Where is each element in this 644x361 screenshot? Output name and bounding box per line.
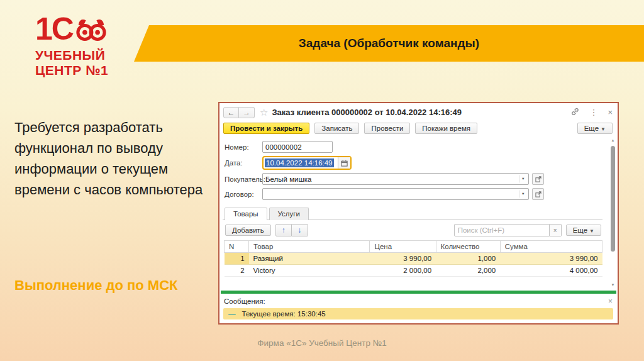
logo-line-2: ЦЕНТР №1 xyxy=(35,63,108,78)
cell-product: Разящий xyxy=(249,253,370,265)
move-down-button[interactable]: ↓ xyxy=(292,224,308,236)
calendar-icon[interactable] xyxy=(338,157,350,169)
tab-goods[interactable]: Товары xyxy=(225,208,267,220)
cell-qty: 1,000 xyxy=(436,253,500,265)
customer-label: Покупатель: xyxy=(225,175,262,183)
cell-qty: 2,000 xyxy=(436,265,500,277)
scroll-down-icon[interactable]: ▼ xyxy=(610,283,616,287)
post-button[interactable]: Провести xyxy=(364,123,410,134)
number-input[interactable] xyxy=(262,141,333,153)
cell-n: 1 xyxy=(225,253,249,265)
deadline-text: Выполнение до по МСК xyxy=(14,275,197,296)
arrow-down-icon: ↓ xyxy=(297,226,301,235)
logo-1c-mark: 1С xyxy=(35,15,73,43)
nav-buttons: ← → xyxy=(223,107,255,118)
number-label: Номер: xyxy=(225,143,262,151)
cell-price: 2 000,00 xyxy=(370,265,436,277)
add-row-button[interactable]: Добавить xyxy=(225,225,271,236)
tab-strip: Товары Услуги xyxy=(219,207,618,219)
order-window: ← → ☆ Заказ клиента 000000002 от 10.04.2… xyxy=(218,102,619,325)
more-label: Еще xyxy=(584,125,599,132)
cell-sum: 3 990,00 xyxy=(500,253,602,265)
forward-icon: → xyxy=(243,108,250,117)
company-logo: 1С УЧЕБНЫЙ ЦЕНТР №1 xyxy=(35,15,108,78)
back-icon: ← xyxy=(228,108,235,117)
col-header-n[interactable]: N xyxy=(225,241,249,253)
messages-title: Сообщения: xyxy=(224,297,265,305)
table-row[interactable]: 1 Разящий 3 990,00 1,000 3 990,00 xyxy=(225,253,602,265)
kebab-menu-icon[interactable]: ⋮ xyxy=(589,108,597,117)
message-item[interactable]: — Текущее время: 15:30:45 xyxy=(223,308,613,319)
more-button[interactable]: Еще▼ xyxy=(577,123,613,134)
customer-value: Белый мишка xyxy=(263,175,518,183)
owl-icon xyxy=(74,16,108,48)
post-and-close-button[interactable]: Провести и закрыть xyxy=(223,123,309,134)
vertical-scrollbar[interactable]: ▲ ▼ xyxy=(610,140,616,286)
task-description: Требуется разработать функционал по выво… xyxy=(14,117,208,200)
back-button[interactable]: ← xyxy=(223,107,239,118)
slide-banner: Задача (Обработчик команды) xyxy=(134,25,644,62)
message-dash-icon: — xyxy=(228,310,236,318)
message-text: Текущее время: 15:30:45 xyxy=(242,310,326,318)
date-field[interactable]: 10.04.2022 14:16:49 xyxy=(262,156,352,170)
window-title-bar: ← → ☆ Заказ клиента 000000002 от 10.04.2… xyxy=(219,103,618,119)
customer-open-button[interactable] xyxy=(532,173,544,185)
table-row[interactable]: 2 Victory 2 000,00 2,000 4 000,00 xyxy=(225,265,602,277)
form-fields: Номер: Дата: 10.04.2022 14:16:49 xyxy=(219,136,618,204)
logo-line-1: УЧЕБНЫЙ xyxy=(35,48,108,63)
messages-header: Сообщения: × xyxy=(219,294,618,306)
contract-dropdown-icon[interactable]: ▼ xyxy=(519,191,527,198)
cell-product: Victory xyxy=(249,265,370,277)
chevron-down-icon: ▼ xyxy=(589,228,594,234)
contract-label: Договор: xyxy=(225,191,262,198)
search-input[interactable] xyxy=(454,224,550,236)
search-clear-icon[interactable]: × xyxy=(550,224,562,236)
customer-dropdown-icon[interactable]: ▼ xyxy=(519,175,527,183)
col-header-qty[interactable]: Количество xyxy=(436,241,500,253)
goods-table: N Товар Цена Количество Сумма 1 Разящий … xyxy=(224,240,602,277)
table-toolbar: Добавить ↑ ↓ × Еще▼ xyxy=(225,224,601,236)
goods-panel: Добавить ↑ ↓ × Еще▼ N Товар Цена xyxy=(223,219,602,291)
window-title: Заказ клиента 000000002 от 10.04.2022 14… xyxy=(272,108,462,117)
table-more-label: Еще xyxy=(573,226,587,234)
date-value-selected[interactable]: 10.04.2022 14:16:49 xyxy=(265,158,334,167)
col-header-sum[interactable]: Сумма xyxy=(500,241,602,253)
contract-open-button[interactable] xyxy=(532,188,544,200)
slide-footer: Фирма «1С» Учебный Центр №1 xyxy=(0,338,644,348)
col-header-product[interactable]: Товар xyxy=(249,241,370,253)
show-time-button[interactable]: Покажи время xyxy=(415,123,477,134)
slide-title: Задача (Обработчик команды) xyxy=(299,36,479,50)
link-icon[interactable] xyxy=(571,108,579,118)
forward-button[interactable]: → xyxy=(239,107,255,118)
customer-combo[interactable]: Белый мишка ▼ xyxy=(262,173,529,185)
date-label: Дата: xyxy=(225,159,262,167)
table-more-button[interactable]: Еще▼ xyxy=(566,225,601,236)
cell-sum: 4 000,00 xyxy=(500,265,602,277)
table-header-row: N Товар Цена Количество Сумма xyxy=(225,241,602,253)
slide: 1С УЧЕБНЫЙ ЦЕНТР №1 Задача (Обработчик к… xyxy=(0,0,644,361)
tab-services[interactable]: Услуги xyxy=(269,208,309,220)
save-button[interactable]: Записать xyxy=(314,123,359,134)
cell-price: 3 990,00 xyxy=(370,253,436,265)
scroll-up-icon[interactable]: ▲ xyxy=(610,138,616,142)
scrollbar-thumb[interactable] xyxy=(611,146,615,252)
cell-n: 2 xyxy=(225,265,249,277)
contract-combo[interactable]: ▼ xyxy=(262,188,529,200)
move-up-button[interactable]: ↑ xyxy=(275,224,292,236)
messages-close-icon[interactable]: × xyxy=(608,297,613,306)
close-icon[interactable]: × xyxy=(608,108,613,117)
favorite-star-icon[interactable]: ☆ xyxy=(260,107,268,118)
col-header-price[interactable]: Цена xyxy=(370,241,436,253)
window-toolbar: Провести и закрыть Записать Провести Пок… xyxy=(219,119,618,136)
arrow-up-icon: ↑ xyxy=(282,226,286,235)
chevron-down-icon: ▼ xyxy=(601,126,606,132)
